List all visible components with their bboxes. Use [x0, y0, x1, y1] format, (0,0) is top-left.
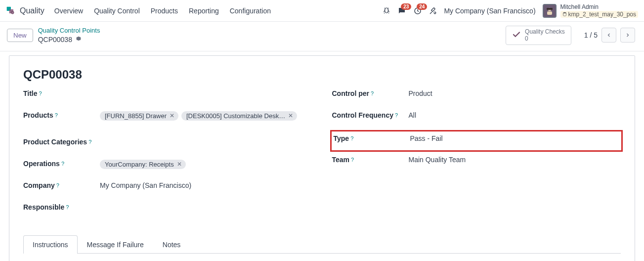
breadcrumb-parent[interactable]: Quality Control Points: [38, 27, 100, 35]
row-type: Type ? Pass - Fail: [334, 134, 620, 147]
row-title: Title ?: [23, 89, 312, 102]
field-operations[interactable]: YourCompany: Receipts ✕: [100, 160, 312, 169]
pager: 1 / 5: [584, 28, 635, 43]
row-team: Team ? Main Quality Team: [332, 156, 621, 169]
tab-notes[interactable]: Notes: [153, 235, 190, 254]
field-type[interactable]: Pass - Fail: [410, 134, 620, 142]
help-icon[interactable]: ?: [88, 139, 91, 145]
record-title: QCP00038: [23, 68, 621, 82]
close-icon[interactable]: ✕: [170, 112, 174, 119]
avatar: [543, 4, 557, 18]
row-responsible: Responsible ?: [23, 203, 312, 216]
label-products: Products ?: [23, 111, 100, 119]
form-sheet: QCP00038 Title ? Products ? [FURN_8855] …: [9, 55, 635, 261]
company-selector[interactable]: My Company (San Francisco): [444, 7, 535, 15]
nav-reporting[interactable]: Reporting: [189, 7, 219, 15]
tab-instructions[interactable]: Instructions: [23, 235, 78, 254]
svg-point-8: [563, 12, 566, 13]
help-icon[interactable]: ?: [56, 182, 59, 188]
messages-icon[interactable]: 23: [397, 6, 406, 15]
nav-overview[interactable]: Overview: [54, 7, 83, 15]
user-name: Mitchell Admin: [560, 3, 638, 10]
label-title: Title ?: [23, 89, 100, 97]
help-icon[interactable]: ?: [39, 90, 42, 96]
chevron-left-icon: [606, 32, 612, 38]
nav-quality-control[interactable]: Quality Control: [94, 7, 140, 15]
app-name[interactable]: Quality: [20, 6, 44, 15]
help-icon[interactable]: ?: [395, 112, 398, 118]
label-team: Team ?: [332, 156, 409, 164]
row-frequency: Control Frequency ? All: [332, 111, 621, 124]
help-icon[interactable]: ?: [61, 161, 64, 167]
help-icon[interactable]: ?: [351, 157, 354, 163]
user-menu[interactable]: Mitchell Admin kmp_2_test_may_30_pos: [543, 3, 638, 18]
new-button[interactable]: New: [7, 29, 33, 42]
nav-right: 23 24 My Company (San Francisco) Mitchel…: [383, 3, 638, 18]
db-name: kmp_2_test_may_30_pos: [560, 11, 638, 18]
app-icon[interactable]: [6, 6, 16, 16]
tab-content-instructions[interactable]: Quality Control For Drawer's Parts By Ma…: [23, 254, 621, 261]
label-company: Company ?: [23, 181, 100, 189]
activities-badge: 24: [417, 3, 427, 10]
help-icon[interactable]: ?: [350, 135, 353, 141]
database-icon: [562, 12, 567, 16]
stat-texts: Quality Checks 0: [525, 28, 565, 43]
stat-label: Quality Checks: [525, 28, 565, 35]
help-icon[interactable]: ?: [66, 204, 69, 210]
top-nav: Quality Overview Quality Control Product…: [0, 0, 644, 22]
field-team[interactable]: Main Quality Team: [409, 156, 621, 164]
breadcrumb: Quality Control Points QCP00038: [38, 27, 100, 44]
activities-icon[interactable]: 24: [413, 6, 422, 15]
sheet-scroll[interactable]: QCP00038 Title ? Products ? [FURN_8855] …: [0, 51, 644, 261]
label-operations: Operations ?: [23, 160, 100, 168]
control-bar: New Quality Control Points QCP00038 Qual…: [0, 22, 644, 51]
field-control-per[interactable]: Product: [409, 89, 621, 97]
label-frequency: Control Frequency ?: [332, 111, 409, 119]
nav-products[interactable]: Products: [151, 7, 178, 15]
pager-prev[interactable]: [601, 28, 616, 43]
label-control-per: Control per ?: [332, 89, 409, 97]
breadcrumb-current: QCP00038: [38, 35, 100, 44]
pager-text[interactable]: 1 / 5: [584, 31, 598, 39]
quality-checks-stat[interactable]: Quality Checks 0: [506, 26, 571, 45]
field-company[interactable]: My Company (San Francisco): [100, 181, 312, 189]
label-responsible: Responsible ?: [23, 203, 100, 211]
field-products[interactable]: [FURN_8855] Drawer ✕ [DESK0005] Customiz…: [100, 111, 312, 121]
tools-icon[interactable]: [429, 7, 437, 15]
operation-tag[interactable]: YourCompany: Receipts ✕: [100, 160, 186, 169]
svg-rect-7: [547, 8, 553, 10]
chevron-right-icon: [625, 32, 631, 38]
nav-configuration[interactable]: Configuration: [230, 7, 271, 15]
highlight-type: Type ? Pass - Fail: [330, 130, 623, 152]
close-icon[interactable]: ✕: [177, 161, 182, 168]
field-frequency[interactable]: All: [409, 111, 621, 119]
user-texts: Mitchell Admin kmp_2_test_may_30_pos: [560, 3, 638, 18]
help-icon[interactable]: ?: [55, 112, 58, 118]
stat-count: 0: [525, 35, 565, 42]
nav-menu: Overview Quality Control Products Report…: [54, 7, 271, 15]
product-tag[interactable]: [DESK0005] Customizable Desk… ✕: [181, 111, 297, 121]
row-company: Company ? My Company (San Francisco): [23, 181, 312, 194]
debug-icon[interactable]: [383, 7, 390, 15]
row-control-per: Control per ? Product: [332, 89, 621, 102]
check-icon: [512, 30, 521, 41]
label-categories: Product Categories ?: [23, 138, 100, 146]
label-type: Type ?: [334, 134, 410, 142]
close-icon[interactable]: ✕: [288, 112, 293, 119]
svg-rect-6: [547, 11, 552, 15]
notebook-tabs: Instructions Message If Failure Notes: [23, 235, 621, 254]
gear-icon[interactable]: [75, 35, 82, 44]
row-categories: Product Categories ?: [23, 138, 312, 151]
tab-message-failure[interactable]: Message If Failure: [78, 235, 153, 254]
form-col-right: Control per ? Product Control Frequency …: [332, 89, 621, 225]
product-tag[interactable]: [FURN_8855] Drawer ✕: [100, 111, 178, 121]
row-products: Products ? [FURN_8855] Drawer ✕ [DESK000…: [23, 111, 312, 124]
messages-badge: 23: [401, 3, 411, 10]
pager-next[interactable]: [620, 28, 635, 43]
form-col-left: Title ? Products ? [FURN_8855] Drawer ✕ …: [23, 89, 312, 225]
row-operations: Operations ? YourCompany: Receipts ✕: [23, 160, 312, 173]
help-icon[interactable]: ?: [371, 90, 374, 96]
form-columns: Title ? Products ? [FURN_8855] Drawer ✕ …: [23, 89, 621, 225]
